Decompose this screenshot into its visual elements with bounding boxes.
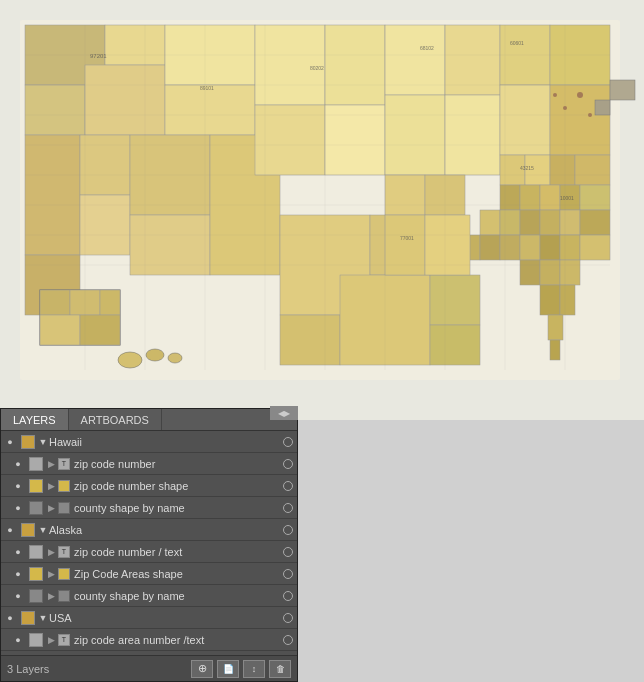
svg-rect-21 (445, 25, 500, 95)
expand-usa-zip-number[interactable]: ▶ (45, 651, 57, 656)
svg-text:80202: 80202 (310, 65, 324, 71)
svg-rect-54 (548, 315, 563, 340)
layer-usa-zip-area-text[interactable]: ● ▶ T zip code area number /text (1, 629, 297, 651)
layer-hawaii-county[interactable]: ● ▶ county shape by name (1, 497, 297, 519)
layer-hawaii-zip-number[interactable]: ● ▶ T zip code number (1, 453, 297, 475)
tab-layers[interactable]: LAYERS (1, 409, 69, 430)
expand-hawaii[interactable]: ▼ (37, 431, 49, 453)
move-layer-icon: ↕ (252, 664, 257, 674)
expand-hawaii-zip-shape[interactable]: ▶ (45, 475, 57, 497)
visibility-toggle-hawaii-zip[interactable]: ● (9, 453, 27, 475)
layer-name-alaska: Alaska (49, 524, 279, 536)
svg-rect-73 (40, 290, 70, 315)
svg-point-80 (168, 353, 182, 363)
layer-icon-hawaii-county (57, 501, 71, 515)
layer-icon-usa-zip-number: T (57, 655, 71, 656)
layer-target-alaska-county[interactable] (279, 585, 297, 607)
svg-rect-48 (580, 235, 610, 260)
svg-rect-25 (500, 85, 550, 155)
svg-text:77001: 77001 (400, 235, 414, 241)
svg-rect-4 (25, 85, 85, 135)
tab-artboards[interactable]: ARTBOARDS (69, 409, 162, 430)
move-layer-button[interactable]: ↕ (243, 660, 265, 678)
expand-usa[interactable]: ▼ (37, 607, 49, 629)
expand-alaska-county[interactable]: ▶ (45, 585, 57, 607)
svg-rect-31 (500, 185, 520, 210)
layer-color-alaska-zip (29, 545, 43, 559)
visibility-toggle-hawaii-zip-shape[interactable]: ● (9, 475, 27, 497)
layer-target-hawaii-county[interactable] (279, 497, 297, 519)
visibility-toggle-alaska-county[interactable]: ● (9, 585, 27, 607)
svg-rect-16 (325, 25, 385, 105)
layer-name-alaska-zip-shape: Zip Code Areas shape (74, 568, 279, 580)
svg-text:60601: 60601 (510, 40, 524, 46)
layers-list[interactable]: ● ▼ Hawaii ● ▶ T zip code number ● ▶ (1, 431, 297, 655)
visibility-toggle-usa-zip-number[interactable]: ● (9, 651, 27, 656)
visibility-toggle-usa[interactable]: ● (1, 607, 19, 629)
svg-rect-32 (520, 185, 540, 210)
svg-rect-13 (130, 215, 210, 275)
layer-target-alaska-zip[interactable] (279, 541, 297, 563)
layer-target-hawaii-zip-shape[interactable] (279, 475, 297, 497)
layer-color-hawaii-zip-shape (29, 479, 43, 493)
delete-layer-button[interactable]: 🗑 (269, 660, 291, 678)
expand-usa-zip-area[interactable]: ▶ (45, 629, 57, 651)
layer-hawaii-group[interactable]: ● ▼ Hawaii (1, 431, 297, 453)
resize-arrows: ◀▶ (278, 409, 290, 418)
resize-handle[interactable]: ◀▶ (270, 406, 298, 420)
svg-rect-60 (430, 275, 480, 325)
layer-color-usa-zip-number (29, 655, 43, 656)
svg-rect-41 (580, 210, 610, 235)
panel-tabs: LAYERS ARTBOARDS (1, 409, 297, 431)
layer-target-hawaii[interactable] (279, 431, 297, 453)
layer-usa-zip-number-text[interactable]: ● ▶ T Zip code area number / text (1, 651, 297, 655)
visibility-toggle-alaska[interactable]: ● (1, 519, 19, 541)
visibility-toggle-hawaii-county[interactable]: ● (9, 497, 27, 519)
svg-rect-35 (580, 185, 610, 210)
layer-name-alaska-zip-number: zip code number / text (74, 546, 279, 558)
svg-rect-10 (80, 135, 130, 195)
expand-alaska-zip-shape[interactable]: ▶ (45, 563, 57, 585)
visibility-toggle-usa-zip-area[interactable]: ● (9, 629, 27, 651)
svg-text:97201: 97201 (90, 53, 107, 59)
layer-target-hawaii-zip-number[interactable] (279, 453, 297, 475)
visibility-toggle-hawaii[interactable]: ● (1, 431, 19, 453)
layer-icon-alaska-county (57, 589, 71, 603)
layer-icon-hawaii-zip: T (57, 457, 71, 471)
svg-rect-65 (425, 215, 470, 275)
layer-target-alaska[interactable] (279, 519, 297, 541)
layer-usa-group[interactable]: ● ▼ USA (1, 607, 297, 629)
layer-color-hawaii-zip (29, 457, 43, 471)
layer-name-usa-zip-area-text: zip code area number /text (74, 634, 279, 646)
visibility-toggle-alaska-zip[interactable]: ● (9, 541, 27, 563)
layer-target-usa-zip-area[interactable] (279, 629, 297, 651)
layer-alaska-zip-shape[interactable]: ● ▶ Zip Code Areas shape (1, 563, 297, 585)
layer-alaska-county[interactable]: ● ▶ county shape by name (1, 585, 297, 607)
expand-hawaii-zip[interactable]: ▶ (45, 453, 57, 475)
visibility-toggle-alaska-zip-shape[interactable]: ● (9, 563, 27, 585)
svg-rect-40 (560, 210, 580, 235)
layer-target-usa[interactable] (279, 607, 297, 629)
svg-text:89101: 89101 (200, 85, 214, 91)
expand-hawaii-county[interactable]: ▶ (45, 497, 57, 519)
svg-rect-22 (445, 95, 500, 175)
layer-alaska-group[interactable]: ● ▼ Alaska (1, 519, 297, 541)
add-layer-button[interactable]: ⊕ (191, 660, 213, 678)
layer-target-usa-zip-number[interactable] (279, 651, 297, 656)
map-area: 97201 89101 80202 68102 60601 43215 1000… (0, 0, 644, 420)
svg-rect-3 (105, 25, 165, 65)
svg-rect-55 (550, 340, 560, 360)
svg-rect-51 (560, 260, 580, 285)
new-sublayer-button[interactable]: 📄 (217, 660, 239, 678)
layer-icon-usa-zip-area: T (57, 633, 71, 647)
layer-name-usa: USA (49, 612, 279, 624)
layer-alaska-zip-number[interactable]: ● ▶ T zip code number / text (1, 541, 297, 563)
layer-hawaii-zip-shape[interactable]: ● ▶ zip code number shape (1, 475, 297, 497)
svg-rect-20 (385, 95, 445, 175)
svg-rect-45 (520, 235, 540, 260)
expand-alaska-zip[interactable]: ▶ (45, 541, 57, 563)
layer-icon-hawaii-zip-shape (57, 479, 71, 493)
expand-alaska[interactable]: ▼ (37, 519, 49, 541)
svg-rect-53 (560, 285, 575, 315)
layer-target-alaska-zip-shape[interactable] (279, 563, 297, 585)
